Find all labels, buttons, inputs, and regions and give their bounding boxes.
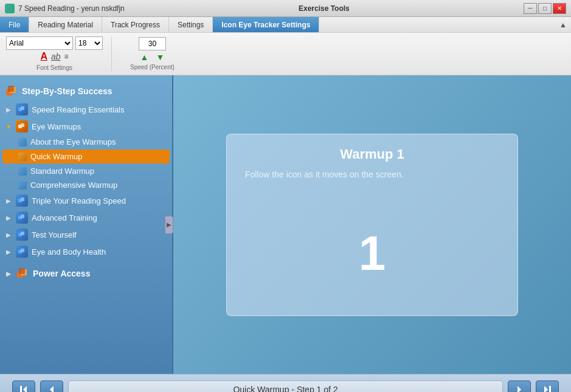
menu-tabs: File Reading Material Track Progress Set… xyxy=(0,17,319,32)
comprehensive-warmup-icon xyxy=(18,181,27,190)
speed-reading-icon xyxy=(16,103,28,115)
maximize-button[interactable]: □ xyxy=(538,3,552,14)
icon-eye-tracker-tab[interactable]: Icon Eye Tracker Settings xyxy=(213,17,319,32)
menu-bar-right: ▲ xyxy=(558,17,571,32)
sidebar-item-triple-reading[interactable]: ▶ Triple Your Reading Speed xyxy=(0,192,172,209)
power-access-label: Power Access xyxy=(33,269,90,278)
font-size-select[interactable]: 18 xyxy=(75,36,103,50)
exercise-display-number: 1 xyxy=(359,204,386,303)
sidebar-root-item[interactable]: Step-By-Step Success xyxy=(0,81,172,101)
nav-back-start-button[interactable] xyxy=(12,380,35,393)
svg-rect-14 xyxy=(21,249,24,252)
speed-percent-label: Speed (Percent) xyxy=(130,64,175,70)
sidebar-sub-comprehensive-warmup[interactable]: Comprehensive Warmup xyxy=(0,178,172,192)
speed-input[interactable] xyxy=(139,37,166,50)
power-access-icon xyxy=(16,267,29,280)
exercise-card: Warmup 1 Follow the icon as it moves on … xyxy=(226,134,518,316)
eye-warmups-icon xyxy=(16,120,28,132)
speed-arrows: ▲ ▼ xyxy=(137,52,167,63)
eye-warmups-chevron-icon: ▼ xyxy=(5,123,12,130)
speed-up-button[interactable]: ▲ xyxy=(137,52,151,63)
quick-warmup-label: Quick Warmup xyxy=(30,152,82,161)
health-chevron-icon: ▶ xyxy=(5,248,12,255)
nav-bar: Quick Warmup - Step 1 of 2 xyxy=(0,374,571,392)
toolbar: Arial 18 A ab ≡ Font Settings ▲ ▼ Speed … xyxy=(0,33,571,75)
svg-marker-20 xyxy=(50,386,54,393)
svg-rect-17 xyxy=(19,268,25,274)
nav-progress-label: Quick Warmup - Step 1 of 2 xyxy=(68,380,503,393)
exercise-tools-title: Exercise Tools xyxy=(299,4,350,13)
svg-rect-10 xyxy=(21,215,24,218)
font-controls: Arial 18 xyxy=(6,36,103,50)
sidebar-power-access-item[interactable]: ▶ Power Access xyxy=(0,264,172,283)
svg-rect-12 xyxy=(21,232,24,235)
eye-warmups-label: Eye Warmups xyxy=(32,122,81,131)
eye-body-health-label: Eye and Body Health xyxy=(32,247,106,256)
svg-rect-4 xyxy=(21,106,24,110)
minimize-button[interactable]: ─ xyxy=(524,3,537,14)
svg-rect-23 xyxy=(549,386,551,393)
title-bar-left: 7 Speed Reading - yerun nskdfjn xyxy=(5,4,125,13)
menu-bar: File Reading Material Track Progress Set… xyxy=(0,17,571,33)
app-icon xyxy=(5,4,15,13)
track-progress-menu[interactable]: Track Progress xyxy=(102,17,169,32)
close-button[interactable]: ✕ xyxy=(553,3,566,14)
title-bar: 7 Speed Reading - yerun nskdfjn Exercise… xyxy=(0,0,571,17)
about-warmups-icon xyxy=(18,138,27,146)
test-chevron-icon: ▶ xyxy=(5,231,12,238)
file-menu[interactable]: File xyxy=(0,17,29,32)
sidebar-item-eye-warmups[interactable]: ▼ Eye Warmups xyxy=(0,118,172,135)
speed-reading-label: Speed Reading Essentials xyxy=(32,105,125,114)
exercise-instruction: Follow the icon as it moves on the scree… xyxy=(245,170,499,179)
sidebar-item-advanced-training[interactable]: ▶ Advanced Training xyxy=(0,209,172,226)
nav-forward-button[interactable] xyxy=(508,380,531,393)
advanced-chevron-icon: ▶ xyxy=(5,214,12,221)
svg-marker-22 xyxy=(544,386,548,393)
font-settings-section: Arial 18 A ab ≡ Font Settings xyxy=(6,36,112,71)
nav-forward-end-button[interactable] xyxy=(536,380,559,393)
comprehensive-warmup-label: Comprehensive Warmup xyxy=(30,181,117,190)
window-controls: ─ □ ✕ xyxy=(524,3,566,14)
font-family-select[interactable]: Arial xyxy=(6,36,73,50)
speed-controls: ▲ ▼ xyxy=(137,37,167,63)
collapse-sidebar-button[interactable]: ▶ xyxy=(165,216,173,234)
test-yourself-label: Test Yourself xyxy=(32,230,77,239)
svg-rect-8 xyxy=(21,198,24,201)
eye-body-health-icon xyxy=(16,246,28,258)
sidebar-sub-about-eye-warmups[interactable]: About the Eye Warmups xyxy=(0,135,172,149)
speed-settings-section: ▲ ▼ Speed (Percent) xyxy=(124,37,181,70)
sidebar-item-speed-reading-essentials[interactable]: ▶ Speed Reading Essentials xyxy=(0,101,172,118)
speed-down-button[interactable]: ▼ xyxy=(153,52,167,63)
app-title: 7 Speed Reading - yerun nskdfjn xyxy=(18,4,125,13)
settings-menu[interactable]: Settings xyxy=(169,17,213,32)
main-layout: Step-By-Step Success ▶ Speed Reading Ess… xyxy=(0,75,571,374)
expand-icon[interactable]: ▲ xyxy=(558,19,569,30)
font-settings-label: Font Settings xyxy=(36,64,72,71)
font-ab-icon[interactable]: ab xyxy=(51,52,61,61)
font-color-icon[interactable]: A xyxy=(40,51,47,62)
quick-warmup-icon xyxy=(18,153,27,161)
power-access-chevron-icon: ▶ xyxy=(5,270,12,277)
svg-marker-18 xyxy=(23,386,27,393)
triple-reading-label: Triple Your Reading Speed xyxy=(32,196,126,205)
chevron-icon: ▶ xyxy=(5,106,12,113)
sidebar-sub-standard-warmup[interactable]: Standard Warmup xyxy=(0,164,172,178)
svg-rect-19 xyxy=(20,386,22,393)
content-area: ▶ Warmup 1 Follow the icon as it moves o… xyxy=(173,75,571,374)
nav-back-button[interactable] xyxy=(40,380,63,393)
advanced-training-label: Advanced Training xyxy=(32,213,97,222)
svg-rect-2 xyxy=(8,86,14,92)
sidebar-root-label: Step-By-Step Success xyxy=(22,86,112,96)
reading-material-menu[interactable]: Reading Material xyxy=(29,17,102,32)
standard-warmup-label: Standard Warmup xyxy=(30,167,94,176)
sidebar-item-test-yourself[interactable]: ▶ Test Yourself xyxy=(0,226,172,243)
sidebar-sub-quick-warmup[interactable]: Quick Warmup xyxy=(2,150,170,163)
triple-reading-chevron-icon: ▶ xyxy=(5,197,12,204)
standard-warmup-icon xyxy=(18,167,27,176)
sidebar-item-eye-body-health[interactable]: ▶ Eye and Body Health xyxy=(0,243,172,260)
sidebar: Step-By-Step Success ▶ Speed Reading Ess… xyxy=(0,75,173,374)
font-extra-icon: ≡ xyxy=(64,52,69,61)
root-icon xyxy=(5,84,18,98)
advanced-training-icon xyxy=(16,211,28,224)
test-yourself-icon xyxy=(16,229,28,241)
